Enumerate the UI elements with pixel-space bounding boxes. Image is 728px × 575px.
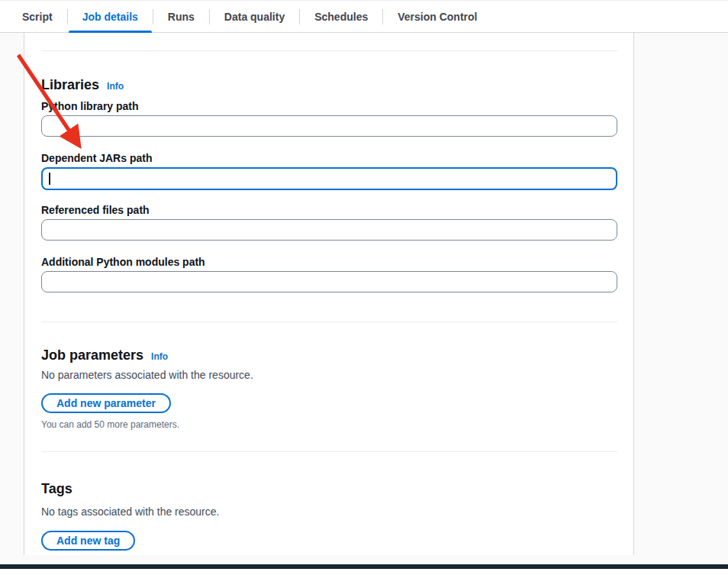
- tags-heading: Tags: [41, 480, 617, 498]
- job-parameters-helper-text: You can add 50 more parameters.: [41, 418, 617, 431]
- tags-heading-text: Tags: [41, 480, 72, 498]
- job-details-panel: Libraries Info Python library path Depen…: [24, 33, 634, 555]
- referenced-files-path-label: Referenced files path: [41, 202, 617, 218]
- libraries-heading: Libraries Info: [41, 76, 617, 94]
- below-window-area: [0, 569, 728, 575]
- section-divider: [41, 321, 617, 322]
- tab-bar: Script Job details Runs Data quality Sch…: [0, 0, 728, 33]
- dependent-jars-path-field-wrap: [41, 167, 617, 190]
- job-parameters-heading: Job parameters Info: [41, 346, 617, 364]
- job-parameters-empty-text: No parameters associated with the resour…: [41, 367, 617, 383]
- section-divider: [41, 451, 617, 452]
- tab-schedules[interactable]: Schedules: [300, 1, 382, 33]
- libraries-heading-text: Libraries: [41, 76, 99, 94]
- job-parameters-info-link[interactable]: Info: [151, 350, 168, 363]
- referenced-files-path-field-wrap: [41, 219, 617, 241]
- add-new-parameter-button[interactable]: Add new parameter: [41, 393, 171, 413]
- tab-runs[interactable]: Runs: [153, 1, 209, 33]
- job-parameters-heading-text: Job parameters: [41, 346, 143, 364]
- text-cursor: [49, 173, 50, 185]
- libraries-info-link[interactable]: Info: [107, 80, 124, 92]
- tab-version-control[interactable]: Version Control: [383, 1, 491, 33]
- tags-empty-text: No tags associated with the resource.: [41, 504, 617, 519]
- tab-job-details[interactable]: Job details: [68, 1, 153, 33]
- python-library-path-field-wrap: [41, 115, 617, 137]
- additional-python-modules-path-input[interactable]: [41, 271, 617, 292]
- section-divider: [41, 50, 617, 51]
- additional-python-modules-path-field-wrap: [41, 271, 617, 292]
- tab-data-quality[interactable]: Data quality: [210, 1, 299, 33]
- add-new-tag-button[interactable]: Add new tag: [41, 531, 135, 551]
- python-library-path-input[interactable]: [41, 115, 617, 137]
- dependent-jars-path-label: Dependent JARs path: [41, 150, 617, 166]
- python-library-path-label: Python library path: [41, 99, 617, 114]
- dependent-jars-path-input[interactable]: [41, 167, 617, 190]
- referenced-files-path-input[interactable]: [41, 219, 617, 241]
- additional-python-modules-path-label: Additional Python modules path: [41, 254, 617, 270]
- tab-script[interactable]: Script: [8, 1, 67, 33]
